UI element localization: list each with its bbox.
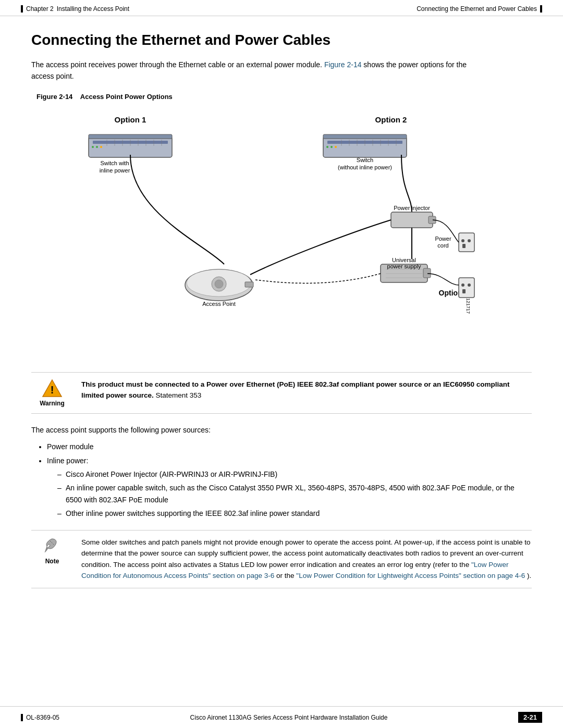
svg-text:Power: Power bbox=[435, 236, 451, 242]
sub-list-item-3: Other inline power switches supporting t… bbox=[57, 508, 532, 519]
note-icon-col: Note bbox=[31, 537, 73, 565]
svg-text:Option 1: Option 1 bbox=[115, 115, 146, 124]
header-chapter-title: Installing the Access Point bbox=[57, 5, 129, 13]
note-text-end: ). bbox=[527, 572, 531, 579]
page-title: Connecting the Ethernet and Power Cables bbox=[31, 32, 532, 48]
svg-text:!: ! bbox=[51, 384, 54, 396]
svg-rect-40 bbox=[391, 212, 433, 228]
svg-text:Power injector: Power injector bbox=[394, 205, 430, 211]
sub-list-item-2: An inline power capable switch, such as … bbox=[57, 482, 532, 505]
svg-rect-50 bbox=[423, 268, 431, 278]
warning-label: Warning bbox=[40, 400, 65, 407]
svg-rect-19 bbox=[323, 134, 407, 139]
footer-left: OL-8369-05 bbox=[21, 714, 59, 721]
footer-doc-number: OL-8369-05 bbox=[26, 714, 59, 721]
header-chapter: Chapter 2 bbox=[26, 5, 54, 13]
svg-text:Option 2: Option 2 bbox=[375, 115, 407, 124]
svg-rect-45 bbox=[459, 233, 474, 252]
svg-rect-38 bbox=[245, 282, 253, 287]
note-pencil-icon bbox=[43, 537, 62, 556]
header-right-title: Connecting the Ethernet and Power Cables bbox=[417, 5, 537, 13]
svg-point-7 bbox=[100, 146, 102, 148]
svg-text:121717: 121717 bbox=[466, 298, 471, 314]
svg-point-6 bbox=[96, 146, 98, 148]
note-between: or the bbox=[276, 572, 295, 579]
note-box: Note Some older switches and patch panel… bbox=[31, 530, 532, 588]
header-left: Chapter 2 Installing the Access Point bbox=[21, 5, 129, 13]
diagram-container: Option 1 Option 2 bbox=[31, 108, 532, 360]
main-content: Connecting the Ethernet and Power Cables… bbox=[0, 16, 563, 630]
warning-triangle-icon: ! bbox=[42, 379, 63, 398]
note-label: Note bbox=[45, 558, 59, 565]
svg-point-46 bbox=[461, 239, 464, 242]
warning-statement: Statement 353 bbox=[156, 391, 202, 399]
svg-text:Switch with: Switch with bbox=[100, 160, 129, 166]
power-sources-intro: The access point supports the following … bbox=[31, 424, 532, 436]
warning-text: This product must be connected to a Powe… bbox=[81, 379, 532, 401]
note-text-main: Some older switches and patch panels mig… bbox=[81, 538, 531, 569]
svg-text:(without inline power): (without inline power) bbox=[338, 164, 392, 170]
header-left-bar bbox=[21, 5, 23, 13]
power-sources-list: Power module Inline power: Cisco Aironet… bbox=[47, 441, 532, 519]
figure-link[interactable]: Figure 2-14 bbox=[324, 60, 362, 69]
figure-caption: Figure 2-14 Access Point Power Options bbox=[31, 93, 532, 101]
svg-rect-57 bbox=[459, 278, 474, 298]
intro-text-before: The access point receives power through … bbox=[31, 60, 322, 69]
page-footer: OL-8369-05 Cisco Aironet 1130AG Series A… bbox=[0, 706, 563, 728]
figure-caption-text: Access Point Power Options bbox=[80, 93, 173, 101]
diagram-svg: Option 1 Option 2 bbox=[31, 108, 532, 358]
svg-text:cord: cord bbox=[437, 242, 448, 249]
figure-number: Figure 2-14 bbox=[36, 93, 72, 101]
page-header: Chapter 2 Installing the Access Point Co… bbox=[0, 0, 563, 16]
inline-power-sub-list: Cisco Aironet Power Injector (AIR-PWRINJ… bbox=[57, 468, 532, 520]
warning-box: ! Warning This product must be connected… bbox=[31, 372, 532, 414]
sub-list-item-1: Cisco Aironet Power Injector (AIR-PWRINJ… bbox=[57, 468, 532, 480]
note-link-2[interactable]: "Low Power Condition for Lightweight Acc… bbox=[296, 572, 525, 579]
note-text: Some older switches and patch panels mig… bbox=[81, 537, 532, 582]
header-right-bar bbox=[540, 5, 542, 13]
svg-rect-48 bbox=[462, 244, 466, 248]
svg-rect-3 bbox=[89, 134, 172, 139]
intro-paragraph: The access point receives power through … bbox=[31, 59, 490, 82]
svg-text:power supply: power supply bbox=[387, 263, 421, 269]
svg-point-37 bbox=[215, 280, 223, 288]
svg-point-47 bbox=[468, 239, 471, 242]
list-item-power-module: Power module bbox=[47, 441, 532, 452]
list-item-inline-power-text: Inline power: bbox=[47, 456, 88, 465]
svg-text:Switch: Switch bbox=[357, 157, 373, 163]
svg-point-23 bbox=[335, 146, 337, 148]
warning-icon-col: ! Warning bbox=[31, 379, 73, 407]
footer-left-bar bbox=[21, 714, 23, 721]
svg-point-5 bbox=[92, 146, 94, 148]
svg-point-21 bbox=[326, 146, 328, 148]
svg-rect-60 bbox=[462, 289, 466, 293]
footer-page-number: 2-21 bbox=[518, 712, 542, 723]
svg-point-22 bbox=[331, 146, 333, 148]
svg-point-59 bbox=[468, 283, 471, 287]
list-item-power-module-text: Power module bbox=[47, 442, 94, 451]
list-item-inline-power: Inline power: Cisco Aironet Power Inject… bbox=[47, 455, 532, 520]
svg-text:Access Point: Access Point bbox=[202, 301, 236, 307]
svg-text:Universal: Universal bbox=[392, 257, 416, 263]
footer-center: Cisco Aironet 1130AG Series Access Point… bbox=[190, 714, 388, 721]
header-right: Connecting the Ethernet and Power Cables bbox=[417, 5, 542, 13]
svg-text:inline power: inline power bbox=[100, 167, 130, 174]
warning-text-bold: This product must be connected to a Powe… bbox=[81, 380, 509, 400]
svg-point-58 bbox=[461, 283, 464, 287]
